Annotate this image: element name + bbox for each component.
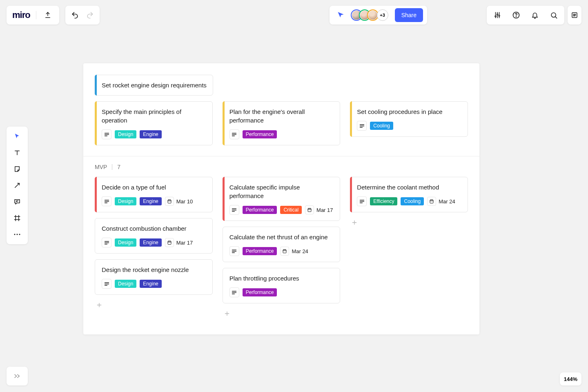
add-card-button[interactable] [95, 301, 104, 310]
board-canvas[interactable]: Set rocket engine design requirements Sp… [83, 63, 479, 334]
card-title: Determine the coolant method [357, 183, 462, 192]
calendar-icon [165, 238, 174, 247]
svg-point-7 [14, 234, 16, 235]
svg-rect-14 [430, 200, 433, 203]
left-toolbar [7, 127, 28, 244]
description-icon[interactable] [229, 246, 239, 256]
due-date[interactable]: Mar 24 [427, 197, 455, 206]
description-icon[interactable] [229, 287, 239, 297]
history-panel [65, 6, 100, 24]
svg-rect-12 [308, 209, 311, 212]
separator [112, 164, 112, 170]
task-card[interactable]: Specify the main principles of operation… [95, 101, 213, 145]
task-card[interactable]: Design the rocket engine nozzleDesignEng… [95, 259, 213, 295]
tag[interactable]: Design [115, 130, 136, 138]
tag[interactable]: Design [115, 238, 136, 247]
card-title: Plan for the engine's overall performanc… [229, 107, 334, 125]
more-tools[interactable] [9, 228, 25, 241]
section-name: MVP [95, 164, 107, 170]
add-card-button[interactable] [350, 218, 359, 227]
text-tool[interactable] [9, 146, 25, 159]
tag[interactable]: Engine [140, 238, 161, 247]
add-card-button[interactable] [223, 309, 232, 318]
cursor-indicator-icon[interactable] [335, 9, 347, 21]
zoom-level[interactable]: 144% [560, 372, 581, 385]
description-icon[interactable] [102, 238, 111, 247]
list-icon[interactable] [569, 9, 580, 21]
share-button[interactable]: Share [395, 8, 423, 22]
tag[interactable]: Performance [243, 288, 277, 296]
sliders-icon[interactable] [492, 9, 503, 21]
comment-tool[interactable] [9, 195, 25, 208]
export-icon[interactable] [42, 9, 53, 21]
description-icon[interactable] [102, 129, 111, 139]
svg-point-9 [19, 234, 20, 235]
description-icon[interactable] [229, 129, 239, 139]
tag[interactable]: Design [115, 280, 136, 288]
calendar-icon [305, 205, 314, 214]
svg-point-4 [516, 17, 517, 17]
card-title: Set rocket engine design requirements [102, 81, 207, 89]
icons-panel [487, 6, 564, 24]
tray-toggle[interactable] [7, 367, 28, 385]
svg-rect-11 [168, 241, 171, 245]
tag[interactable]: Performance [243, 206, 277, 214]
task-card[interactable]: Determine the coolant methodEfficiencyCo… [350, 177, 468, 212]
column: Decide on a type of fuelDesignEngineMar … [95, 177, 213, 318]
description-icon[interactable] [357, 196, 367, 206]
card-title: Calculate specific impulse performance [229, 183, 334, 200]
task-card[interactable]: Plan throttling proceduresPerformance [223, 268, 341, 303]
task-card[interactable]: Set cooling procedures in placeCooling [350, 101, 468, 137]
share-panel: +3 Share [330, 6, 427, 24]
tag[interactable]: Cooling [401, 197, 424, 205]
arrow-tool[interactable] [9, 179, 25, 192]
svg-rect-13 [283, 250, 286, 253]
calendar-icon [165, 197, 174, 206]
task-card[interactable]: Calculate the net thrust of an enginePer… [223, 227, 341, 262]
bell-icon[interactable] [529, 9, 541, 21]
card-title: Design the rocket engine nozzle [102, 265, 207, 274]
search-icon[interactable] [548, 9, 559, 21]
due-date[interactable]: Mar 17 [305, 205, 333, 214]
select-tool[interactable] [9, 130, 25, 143]
description-icon[interactable] [357, 121, 367, 131]
due-date[interactable]: Mar 24 [280, 247, 308, 256]
frame-tool[interactable] [9, 212, 25, 225]
brand-logo[interactable]: miro [12, 10, 30, 20]
svg-point-8 [17, 234, 18, 235]
description-icon[interactable] [229, 205, 239, 215]
tag[interactable]: Critical [280, 206, 302, 214]
column: Specify the main principles of operation… [95, 101, 213, 145]
task-card[interactable]: Plan for the engine's overall performanc… [223, 101, 341, 145]
due-date[interactable]: Mar 10 [165, 197, 193, 206]
card-title: Construct combustion chamber [102, 224, 207, 233]
svg-rect-10 [168, 200, 171, 203]
sticky-note-tool[interactable] [9, 163, 25, 176]
tag[interactable]: Engine [140, 280, 161, 288]
header-card[interactable]: Set rocket engine design requirements [95, 75, 213, 96]
task-card[interactable]: Construct combustion chamberDesignEngine… [95, 218, 213, 254]
undo-icon[interactable] [69, 9, 81, 21]
tag[interactable]: Performance [243, 247, 277, 255]
description-icon[interactable] [102, 279, 111, 289]
due-date[interactable]: Mar 17 [165, 238, 193, 247]
notes-panel[interactable] [568, 6, 581, 24]
calendar-icon [427, 197, 436, 206]
tag[interactable]: Design [115, 197, 136, 205]
separator [36, 11, 36, 19]
description-icon[interactable] [102, 196, 111, 206]
section-header[interactable]: MVP 7 [95, 164, 468, 170]
help-icon[interactable] [510, 9, 522, 21]
avatar-overflow[interactable]: +3 [377, 9, 388, 21]
tag[interactable]: Cooling [370, 122, 393, 130]
tag[interactable]: Efficiency [370, 197, 397, 205]
task-card[interactable]: Calculate specific impulse performancePe… [223, 177, 341, 221]
section-count: 7 [117, 164, 120, 170]
calendar-icon [280, 247, 289, 256]
tag[interactable]: Engine [140, 130, 161, 138]
tag[interactable]: Engine [140, 197, 161, 205]
redo-icon[interactable] [84, 9, 96, 21]
task-card[interactable]: Decide on a type of fuelDesignEngineMar … [95, 177, 213, 212]
column: Calculate specific impulse performancePe… [223, 177, 341, 318]
tag[interactable]: Performance [243, 130, 277, 138]
